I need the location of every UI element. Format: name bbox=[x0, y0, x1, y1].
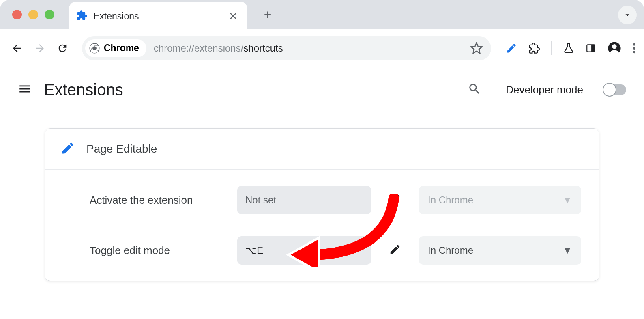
chevron-down-icon: ▼ bbox=[562, 194, 572, 206]
shortcut-label: Activate the extension bbox=[90, 194, 228, 207]
tab-title: Extensions bbox=[93, 11, 223, 22]
pencil-extension-icon[interactable] bbox=[506, 43, 517, 54]
extensions-icon[interactable] bbox=[528, 43, 540, 54]
shortcut-input[interactable]: Not set bbox=[237, 186, 371, 214]
svg-point-5 bbox=[612, 44, 616, 49]
forward-button[interactable] bbox=[31, 39, 49, 57]
traffic-lights bbox=[12, 10, 54, 19]
url-text: chrome://extensions/shortcuts bbox=[154, 43, 470, 54]
chrome-origin-badge: Chrome bbox=[85, 39, 146, 57]
browser-window: Extensions ✕ + Chrome bbox=[0, 0, 644, 319]
address-bar[interactable]: Chrome chrome://extensions/shortcuts bbox=[82, 36, 491, 60]
page-header: Extensions Developer mode bbox=[0, 67, 644, 112]
content-area: Page Editable Activate the extension Not… bbox=[0, 112, 644, 281]
labs-icon[interactable] bbox=[563, 43, 574, 54]
toolbar-actions bbox=[506, 41, 636, 55]
chrome-badge-label: Chrome bbox=[104, 43, 139, 54]
sidepanel-icon[interactable] bbox=[586, 43, 596, 54]
extension-name: Page Editable bbox=[86, 142, 157, 155]
edit-shortcut-icon[interactable] bbox=[389, 193, 401, 207]
scope-select[interactable]: In Chrome ▼ bbox=[419, 186, 581, 214]
maximize-window-button[interactable] bbox=[45, 10, 54, 19]
reload-button[interactable] bbox=[54, 39, 71, 57]
scope-value: In Chrome bbox=[428, 194, 473, 206]
browser-tab[interactable]: Extensions ✕ bbox=[69, 2, 247, 31]
new-tab-button[interactable]: + bbox=[260, 7, 276, 22]
menu-icon[interactable] bbox=[18, 82, 32, 97]
minimize-window-button[interactable] bbox=[28, 10, 38, 19]
svg-rect-3 bbox=[591, 45, 595, 52]
developer-mode-toggle[interactable] bbox=[604, 84, 626, 95]
shortcut-row: Activate the extension Not set In Chrome… bbox=[90, 186, 584, 214]
svg-point-6 bbox=[633, 43, 635, 45]
extension-card: Page Editable Activate the extension Not… bbox=[45, 128, 599, 281]
search-icon[interactable] bbox=[468, 82, 481, 97]
tab-overflow-button[interactable] bbox=[618, 6, 637, 24]
scope-value: In Chrome bbox=[428, 245, 473, 256]
pencil-icon bbox=[60, 141, 75, 157]
profile-icon[interactable] bbox=[608, 41, 621, 55]
shortcut-input[interactable]: ⌥E bbox=[237, 236, 371, 265]
svg-point-7 bbox=[633, 47, 635, 50]
shortcut-row: Toggle edit mode ⌥E In Chrome ▼ bbox=[90, 236, 584, 265]
chrome-icon bbox=[89, 43, 100, 54]
tab-bar: Extensions ✕ + bbox=[0, 0, 644, 29]
edit-shortcut-icon[interactable] bbox=[389, 244, 401, 257]
scope-select[interactable]: In Chrome ▼ bbox=[419, 236, 581, 265]
close-tab-button[interactable]: ✕ bbox=[229, 10, 238, 23]
back-button[interactable] bbox=[8, 39, 26, 57]
developer-mode-label: Developer mode bbox=[506, 84, 583, 96]
chevron-down-icon: ▼ bbox=[562, 245, 572, 256]
bookmark-star-icon[interactable] bbox=[470, 42, 483, 55]
kebab-menu-icon[interactable] bbox=[633, 43, 636, 54]
card-body: Activate the extension Not set In Chrome… bbox=[45, 170, 599, 281]
shortcut-label: Toggle edit mode bbox=[90, 244, 228, 257]
close-window-button[interactable] bbox=[12, 10, 22, 19]
extension-icon bbox=[76, 10, 88, 23]
toolbar-separator bbox=[551, 41, 552, 55]
svg-point-8 bbox=[633, 51, 635, 53]
toolbar: Chrome chrome://extensions/shortcuts bbox=[0, 29, 644, 67]
card-header: Page Editable bbox=[45, 129, 599, 170]
page-title: Extensions bbox=[44, 81, 455, 99]
